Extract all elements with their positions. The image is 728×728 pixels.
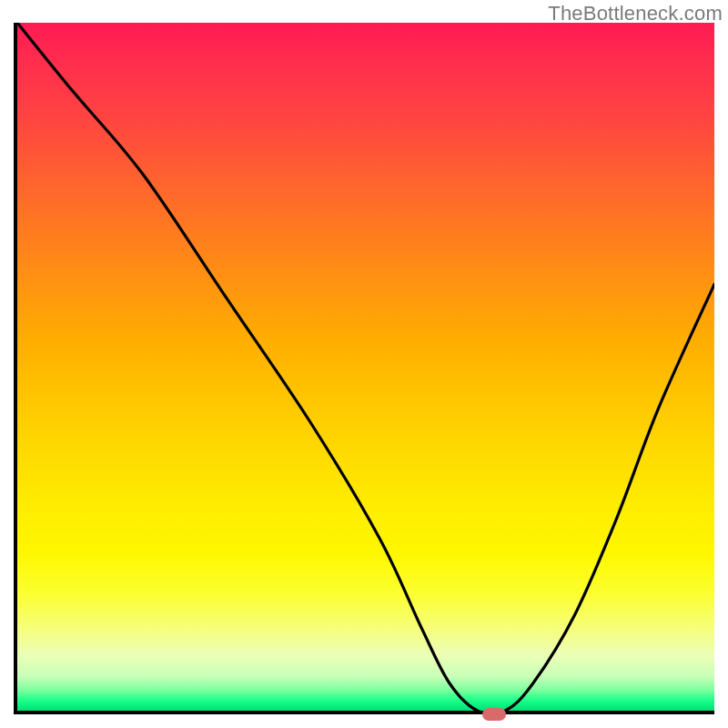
bottleneck-chart: TheBottleneck.com <box>0 0 728 728</box>
plot-area <box>14 23 714 714</box>
curve-layer <box>17 23 714 711</box>
bottleneck-curve-line <box>17 23 714 711</box>
optimal-point-marker <box>482 708 506 721</box>
